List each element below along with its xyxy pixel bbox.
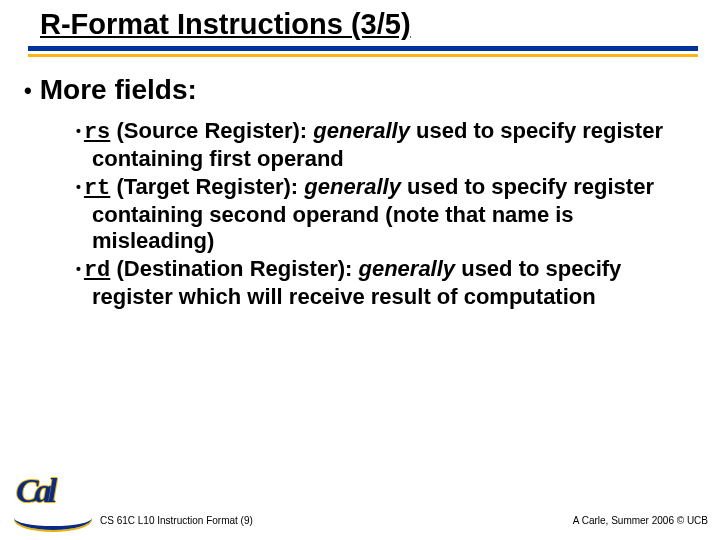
logo-swoosh xyxy=(14,518,92,530)
body-content: •rs (Source Register): generally used to… xyxy=(76,118,670,312)
code-rt: rt xyxy=(84,176,110,201)
list-item: •rd (Destination Register): generally us… xyxy=(76,256,670,310)
code-rd: rd xyxy=(84,258,110,283)
slide-title: R-Format Instructions (3/5) xyxy=(40,8,411,41)
item-label: (Source Register): xyxy=(116,118,313,143)
item-label: (Destination Register): xyxy=(116,256,358,281)
bullet-icon: • xyxy=(76,179,81,195)
logo-text: Cal xyxy=(16,472,53,509)
code-rs: rs xyxy=(84,120,110,145)
item-label: (Target Register): xyxy=(116,174,304,199)
list-item: •rt (Target Register): generally used to… xyxy=(76,174,670,254)
cal-logo: Cal xyxy=(16,472,88,520)
footer-left: CS 61C L10 Instruction Format (9) xyxy=(100,515,253,526)
bullet-icon: • xyxy=(76,123,81,139)
title-underline-gold xyxy=(28,54,698,57)
bullet-icon: • xyxy=(76,261,81,277)
section-heading: •More fields: xyxy=(24,74,197,106)
item-generally: generally xyxy=(358,256,455,281)
item-generally: generally xyxy=(313,118,410,143)
title-underline-blue xyxy=(28,46,698,51)
slide: R-Format Instructions (3/5) •More fields… xyxy=(0,0,720,540)
list-item: •rs (Source Register): generally used to… xyxy=(76,118,670,172)
heading-text: More fields: xyxy=(40,74,197,105)
footer-right: A Carle, Summer 2006 © UCB xyxy=(573,515,708,526)
item-generally: generally xyxy=(304,174,401,199)
bullet-icon: • xyxy=(24,78,32,104)
